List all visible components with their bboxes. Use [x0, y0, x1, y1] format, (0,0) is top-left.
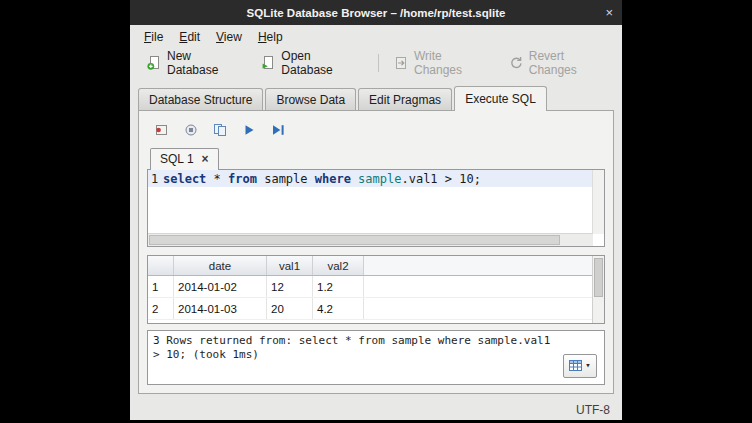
open-database-label: Open Database	[281, 49, 364, 77]
results-header-row: date val1 val2	[148, 256, 592, 276]
new-sql-button[interactable]	[153, 121, 171, 138]
execute-current-line-icon	[270, 122, 286, 138]
encoding-indicator: UTF-8	[576, 403, 610, 417]
new-database-button[interactable]: New Database	[138, 46, 252, 80]
val2-cell[interactable]: 4.2	[313, 298, 364, 320]
sql-editor[interactable]: 1 select * from sample where sample.val1…	[147, 169, 605, 247]
open-database-icon	[260, 55, 276, 71]
editor-horizontal-scrollbar[interactable]	[148, 233, 593, 246]
title-bar: SQLite Database Browser – /home/rp/test.…	[130, 0, 622, 25]
sql-editor-current-line[interactable]: 1 select * from sample where sample.val1…	[148, 170, 604, 187]
revert-changes-button[interactable]: Revert Changes	[500, 46, 622, 80]
sql-tab-close-icon[interactable]: ×	[202, 153, 209, 165]
val2-cell[interactable]: 1.2	[313, 276, 364, 298]
table-row[interactable]: 1 2014-01-02 12 1.2	[148, 276, 592, 298]
chevron-down-icon: ▾	[585, 360, 590, 372]
sql-toolbar	[145, 115, 607, 146]
sql-statement: select * from sample where sample.val1 >…	[163, 172, 481, 186]
val1-cell[interactable]: 20	[267, 298, 313, 320]
write-changes-icon	[393, 55, 409, 71]
write-changes-button[interactable]: Write Changes	[385, 46, 500, 80]
write-changes-label: Write Changes	[414, 49, 492, 77]
date-cell[interactable]: 2014-01-03	[174, 298, 267, 320]
row-number-cell[interactable]: 1	[148, 276, 174, 298]
desktop-background: SQLite Database Browser – /home/rp/test.…	[0, 0, 752, 423]
sql-tab-sql1[interactable]: SQL 1 ×	[150, 148, 219, 170]
new-database-icon	[146, 55, 162, 71]
save-sql-file-button[interactable]	[211, 121, 229, 138]
line-number: 1	[151, 172, 163, 186]
date-cell[interactable]: 2014-01-02	[174, 276, 267, 298]
row-number-cell[interactable]: 2	[148, 298, 174, 320]
editor-vertical-scrollbar[interactable]	[592, 170, 604, 234]
row-filler	[364, 298, 593, 320]
main-toolbar: New Database Open Database Write Changes	[130, 48, 622, 77]
header-date[interactable]: date	[174, 256, 267, 276]
results-scrollbar-thumb[interactable]	[594, 258, 603, 297]
execute-current-line-button[interactable]	[269, 121, 287, 138]
new-database-label: New Database	[167, 49, 244, 77]
table-row[interactable]: 2 2014-01-03 20 4.2	[148, 298, 592, 320]
query-status-box: 3 Rows returned from: select * from samp…	[147, 330, 605, 385]
save-sql-file-icon	[212, 122, 228, 138]
revert-changes-icon	[508, 55, 524, 71]
menu-view[interactable]: View	[208, 28, 250, 46]
results-view-dropdown-button[interactable]: ▾	[563, 354, 597, 378]
query-status-text: 3 Rows returned from: select * from samp…	[153, 334, 550, 361]
header-val2[interactable]: val2	[313, 256, 364, 276]
execute-sql-button[interactable]	[240, 121, 258, 138]
tab-execute-sql[interactable]: Execute SQL	[454, 86, 547, 111]
menu-help[interactable]: Help	[250, 28, 291, 46]
results-grid: date val1 val2 1 2014-01-02 12 1.2 2	[147, 255, 605, 324]
execute-sql-icon	[241, 122, 257, 138]
editor-scrollbar-thumb[interactable]	[149, 235, 560, 245]
results-vertical-scrollbar[interactable]	[592, 256, 604, 323]
header-filler	[364, 256, 593, 276]
table-view-icon	[569, 360, 582, 372]
status-bar: UTF-8	[130, 399, 622, 420]
tab-browse-data[interactable]: Browse Data	[265, 88, 356, 110]
menu-edit[interactable]: Edit	[171, 28, 208, 46]
tab-edit-pragmas[interactable]: Edit Pragmas	[358, 88, 452, 110]
sqlite-browser-window: SQLite Database Browser – /home/rp/test.…	[130, 0, 622, 420]
sql-sub-tab-bar: SQL 1 ×	[145, 146, 607, 169]
main-tab-bar: Database Structure Browse Data Edit Prag…	[130, 77, 622, 110]
tab-database-structure[interactable]: Database Structure	[138, 88, 263, 110]
header-val1[interactable]: val1	[267, 256, 313, 276]
revert-changes-label: Revert Changes	[529, 49, 614, 77]
window-title: SQLite Database Browser – /home/rp/test.…	[247, 7, 506, 19]
execute-sql-panel: SQL 1 × 1 select * from sample where sam…	[138, 110, 614, 394]
open-database-button[interactable]: Open Database	[252, 46, 372, 80]
open-sql-file-icon	[183, 122, 199, 138]
open-sql-file-button[interactable]	[182, 121, 200, 138]
val1-cell[interactable]: 12	[267, 276, 313, 298]
toolbar-separator	[378, 54, 379, 72]
header-row-number[interactable]	[148, 256, 174, 276]
results-table: date val1 val2 1 2014-01-02 12 1.2 2	[148, 256, 592, 320]
menu-file[interactable]: File	[136, 28, 171, 46]
new-sql-icon	[154, 122, 170, 138]
sql-tab-label: SQL 1	[160, 152, 194, 166]
window-close-button[interactable]: ×	[605, 0, 613, 25]
row-filler	[364, 276, 593, 298]
